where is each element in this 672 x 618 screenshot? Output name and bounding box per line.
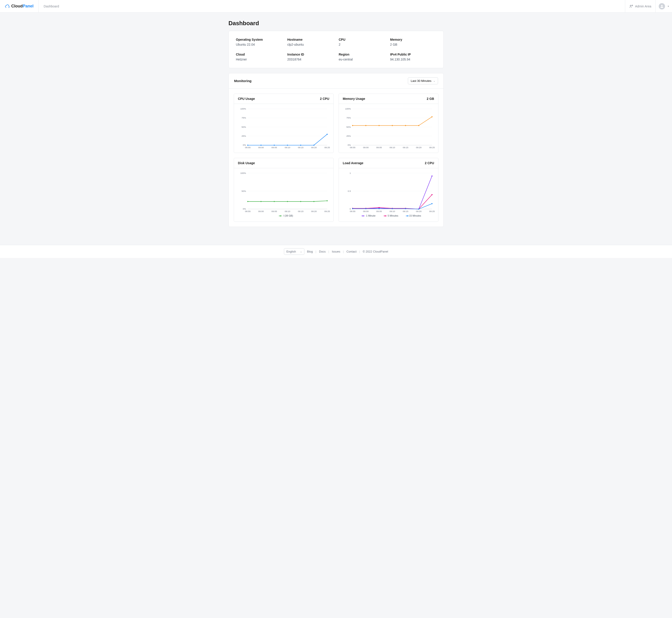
svg-point-48: [378, 125, 380, 126]
svg-point-111: [431, 203, 433, 204]
chart-load: Load Average 2 CPU 00.5108:5509:0009:050…: [339, 158, 439, 222]
svg-text:09:20: 09:20: [311, 210, 317, 213]
svg-point-51: [418, 125, 419, 126]
avatar-icon: [659, 3, 665, 9]
svg-point-119: [407, 215, 408, 217]
brand-cloud: Cloud: [11, 4, 23, 9]
svg-point-70: [287, 201, 288, 202]
svg-text:0%: 0%: [348, 144, 351, 146]
info-instance: Instance ID 20318764: [287, 53, 333, 61]
time-range-dropdown[interactable]: Last 30 Minutes ⌄: [408, 77, 438, 84]
svg-point-97: [431, 176, 433, 177]
brand[interactable]: CloudPanel: [0, 0, 39, 12]
info-cloud-label: Cloud: [236, 53, 282, 56]
svg-text:/ (38 GB): / (38 GB): [283, 214, 293, 217]
svg-text:08:55: 08:55: [350, 146, 355, 149]
admin-area-link[interactable]: Admin Area: [625, 0, 655, 12]
footer-docs[interactable]: Docs: [319, 250, 326, 253]
svg-point-109: [405, 208, 406, 209]
monitoring-card: Monitoring Last 30 Minutes ⌄ CPU Usage 2…: [228, 73, 444, 227]
svg-text:50%: 50%: [242, 126, 246, 128]
info-cpu-value: 2: [339, 43, 385, 46]
info-region-label: Region: [339, 53, 385, 56]
svg-point-108: [392, 208, 393, 209]
svg-point-110: [418, 208, 419, 210]
svg-text:09:00: 09:00: [363, 146, 369, 149]
svg-point-21: [247, 144, 248, 146]
svg-text:25%: 25%: [242, 135, 246, 137]
svg-point-75: [280, 215, 281, 217]
info-instance-value: 20318764: [287, 58, 333, 61]
svg-text:09:00: 09:00: [363, 210, 369, 213]
info-memory-value: 2 GB: [390, 43, 436, 46]
chart-memory-plot: 0%25%50%75%100%08:5509:0009:0509:1009:15…: [342, 107, 435, 151]
chevron-down-icon: ▾: [668, 5, 669, 7]
info-os-label: Operating System: [236, 38, 282, 41]
chart-load-title: Load Average: [343, 161, 364, 165]
user-menu[interactable]: ▾: [655, 0, 672, 12]
svg-point-104: [431, 194, 433, 195]
svg-text:09:05: 09:05: [376, 146, 382, 149]
info-region: Region eu-central: [339, 53, 385, 61]
svg-point-73: [326, 200, 327, 202]
svg-text:09:05: 09:05: [271, 146, 277, 149]
svg-point-47: [365, 125, 366, 126]
chevron-down-icon: ⌄: [433, 80, 435, 82]
info-memory: Memory 2 GB: [390, 38, 436, 46]
info-hostname: Hostname clp2-ubuntu: [287, 38, 333, 46]
svg-point-49: [392, 125, 393, 126]
svg-point-22: [260, 144, 262, 146]
info-ip-label: IPv4 Public IP: [390, 53, 436, 56]
svg-text:09:15: 09:15: [403, 210, 408, 213]
svg-point-107: [378, 208, 380, 209]
footer: English ⌄ Blog | Docs | Issues | Contact…: [0, 245, 672, 258]
svg-text:09:25: 09:25: [324, 210, 330, 213]
chart-disk-plot: 0%50%100%08:5509:0009:0509:1009:1509:200…: [237, 171, 330, 220]
chart-disk: Disk Usage 0%50%100%08:5509:0009:0509:10…: [234, 158, 333, 222]
svg-point-72: [313, 201, 314, 202]
svg-text:0.5: 0.5: [348, 190, 351, 192]
svg-text:09:25: 09:25: [429, 210, 435, 213]
svg-point-2: [661, 5, 663, 6]
brand-panel: Panel: [23, 4, 33, 9]
svg-point-23: [274, 144, 275, 146]
chart-disk-title: Disk Usage: [238, 161, 255, 165]
svg-text:0%: 0%: [243, 208, 246, 210]
svg-text:50%: 50%: [242, 190, 246, 192]
svg-text:08:55: 08:55: [245, 210, 251, 213]
info-hostname-value: clp2-ubuntu: [287, 43, 333, 46]
svg-text:09:10: 09:10: [389, 146, 395, 149]
svg-text:1: 1: [350, 172, 351, 174]
svg-text:75%: 75%: [242, 116, 246, 119]
info-os-value: Ubuntu 22.04: [236, 43, 282, 46]
svg-text:08:55: 08:55: [350, 210, 356, 213]
footer-blog[interactable]: Blog: [307, 250, 313, 253]
svg-text:09:20: 09:20: [416, 210, 421, 213]
svg-point-46: [352, 125, 353, 126]
info-ip-value: 94.130.105.94: [390, 58, 436, 61]
chart-cpu-right: 2 CPU: [320, 97, 329, 101]
info-memory-label: Memory: [390, 38, 436, 41]
chart-cpu-title: CPU Usage: [238, 97, 255, 101]
info-region-value: eu-central: [339, 58, 385, 61]
info-hostname-label: Hostname: [287, 38, 333, 41]
footer-copyright: © 2022 CloudPanel: [363, 250, 388, 253]
svg-point-68: [260, 201, 262, 202]
svg-text:09:10: 09:10: [389, 210, 395, 213]
svg-text:0%: 0%: [243, 144, 246, 146]
info-cpu: CPU 2: [339, 38, 385, 46]
logo-icon: [5, 4, 9, 9]
footer-issues[interactable]: Issues: [332, 250, 341, 253]
svg-point-52: [431, 116, 433, 117]
svg-point-113: [363, 215, 364, 217]
info-cloud-value: Hetzner: [236, 58, 282, 61]
svg-point-100: [378, 207, 380, 208]
language-select[interactable]: English ⌄: [284, 248, 304, 255]
footer-contact[interactable]: Contact: [347, 250, 357, 253]
svg-point-116: [384, 215, 386, 217]
time-range-label: Last 30 Minutes: [411, 79, 431, 83]
svg-point-0: [630, 5, 631, 6]
svg-text:09:15: 09:15: [298, 210, 303, 213]
nav-dashboard[interactable]: Dashboard: [43, 4, 59, 8]
svg-text:75%: 75%: [346, 116, 351, 119]
